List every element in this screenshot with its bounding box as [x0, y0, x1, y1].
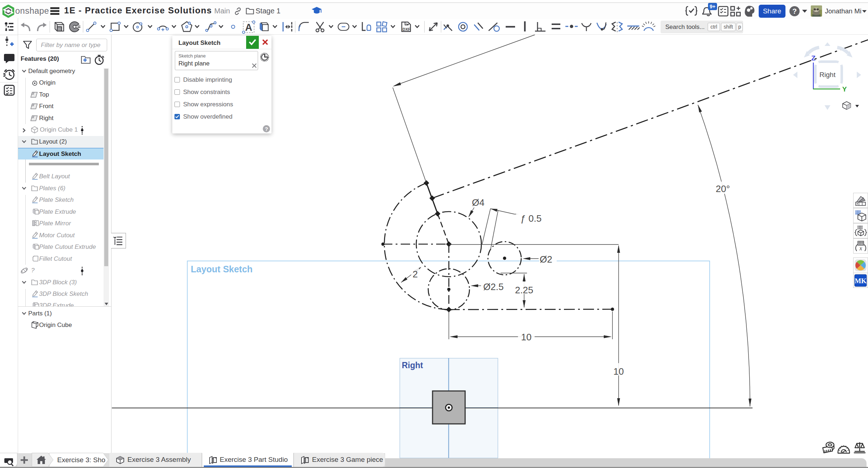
svg-text:Right: Right	[402, 361, 423, 370]
svg-text:Ø2.5: Ø2.5	[483, 281, 503, 292]
svg-text:2.25: 2.25	[515, 285, 534, 295]
svg-text:10: 10	[521, 332, 532, 343]
svg-text:?: ?	[265, 126, 268, 132]
svg-text:?: ?	[792, 7, 797, 15]
svg-text:A: A	[245, 22, 252, 33]
svg-text:0.5: 0.5	[528, 213, 542, 224]
svg-text:Layout Sketch: Layout Sketch	[191, 264, 253, 274]
svg-text:ƒ: ƒ	[520, 213, 525, 224]
svg-text:Right: Right	[819, 71, 836, 78]
svg-text:Z: Z	[811, 54, 816, 62]
svg-text:x: x	[859, 245, 862, 252]
svg-text:MK: MK	[855, 277, 867, 285]
svg-text:DXF: DXF	[403, 27, 410, 31]
svg-text:Y: Y	[842, 85, 847, 93]
svg-text:Ø2: Ø2	[540, 254, 552, 265]
svg-text:2: 2	[413, 269, 418, 280]
svg-text:10: 10	[614, 366, 624, 377]
svg-text:20°: 20°	[716, 183, 730, 194]
svg-text:Ø4: Ø4	[472, 197, 485, 208]
